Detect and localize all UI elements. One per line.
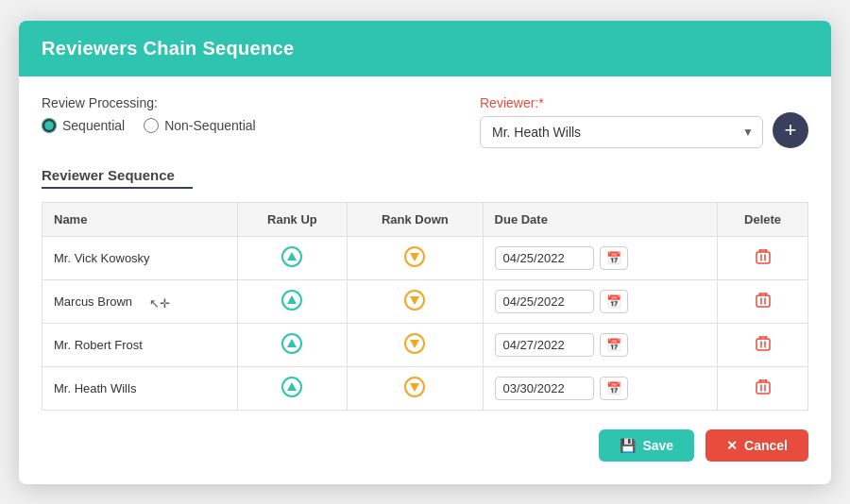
rank-up-cell	[237, 236, 347, 279]
col-due-date: Due Date	[483, 202, 718, 236]
date-input[interactable]	[495, 290, 594, 313]
rank-down-cell	[348, 279, 483, 323]
footer-row: 💾 Save ✕ Cancel	[42, 429, 808, 462]
svg-rect-24	[756, 339, 770, 350]
non-sequential-label: Non-Sequential	[164, 118, 256, 133]
table-body: Mr. Vick Kowosky📅Marcus Brown↖✛📅Mr. Robe…	[42, 236, 808, 410]
reviewers-chain-modal: Reviewers Chain Sequence Review Processi…	[19, 21, 831, 484]
table-header: Name Rank Up Rank Down Due Date Delete	[42, 202, 808, 236]
svg-rect-34	[756, 382, 770, 394]
delete-button[interactable]	[755, 248, 772, 265]
save-icon: 💾	[620, 438, 636, 453]
rank-down-button[interactable]	[404, 290, 425, 311]
col-rank-down: Rank Down	[348, 202, 483, 236]
move-cursor-icon: ↖✛	[149, 296, 170, 311]
rank-up-cell	[237, 323, 347, 366]
save-label: Save	[642, 438, 673, 453]
row-name: Mr. Vick Kowosky	[42, 236, 238, 279]
reviewer-label: Reviewer:*	[480, 95, 763, 110]
sequential-radio[interactable]	[42, 118, 57, 133]
due-date-cell: 📅	[483, 236, 718, 279]
date-input[interactable]	[495, 377, 594, 400]
reviewer-label-group: Reviewer:* Mr. Heath WillsMr. Vick Kowos…	[480, 95, 763, 148]
delete-cell	[718, 279, 808, 323]
delete-button[interactable]	[755, 292, 772, 309]
rank-up-button[interactable]	[281, 290, 302, 311]
delete-cell	[718, 366, 808, 410]
due-date-cell: 📅	[483, 366, 718, 410]
col-delete: Delete	[718, 202, 808, 236]
reviewer-table: Name Rank Up Rank Down Due Date Delete M…	[42, 202, 808, 411]
top-row: Review Processing: Sequential Non-Sequen…	[42, 95, 808, 148]
rank-down-cell	[348, 236, 483, 279]
calendar-button[interactable]: 📅	[600, 333, 628, 357]
row-name: Mr. Robert Frost	[42, 323, 238, 366]
calendar-button[interactable]: 📅	[600, 377, 628, 400]
rank-up-cell	[237, 366, 347, 410]
reviewer-select-wrap: Mr. Heath WillsMr. Vick KowoskyMarcus Br…	[480, 116, 763, 148]
modal-body: Review Processing: Sequential Non-Sequen…	[19, 76, 831, 484]
non-sequential-radio[interactable]	[144, 118, 159, 133]
delete-button[interactable]	[755, 378, 772, 395]
cancel-label: Cancel	[744, 438, 788, 453]
reviewer-sequence-section: Reviewer Sequence Name Rank Up Rank Down…	[42, 167, 808, 411]
non-sequential-option[interactable]: Non-Sequential	[144, 118, 256, 133]
section-divider	[42, 187, 193, 189]
svg-marker-1	[287, 252, 297, 260]
table-row: Mr. Vick Kowosky📅	[42, 236, 808, 279]
row-name: Mr. Heath Wills	[42, 366, 238, 410]
add-reviewer-button[interactable]: +	[773, 112, 808, 148]
svg-marker-31	[287, 382, 297, 391]
rank-down-cell	[348, 366, 483, 410]
calendar-button[interactable]: 📅	[600, 290, 628, 313]
svg-rect-14	[756, 295, 770, 307]
due-date-cell: 📅	[483, 323, 718, 366]
sequential-label: Sequential	[62, 118, 125, 133]
modal-title: Reviewers Chain Sequence	[42, 38, 808, 59]
svg-marker-11	[287, 295, 297, 304]
rank-up-button[interactable]	[281, 333, 302, 354]
delete-cell	[718, 236, 808, 279]
radio-group: Sequential Non-Sequential	[42, 118, 256, 133]
date-input[interactable]	[495, 333, 594, 357]
rank-up-button[interactable]	[281, 246, 302, 267]
col-rank-up: Rank Up	[237, 202, 347, 236]
cancel-icon: ✕	[726, 438, 738, 453]
save-button[interactable]: 💾 Save	[599, 429, 694, 462]
reviewer-section: Reviewer:* Mr. Heath WillsMr. Vick Kowos…	[480, 95, 808, 148]
sequential-option[interactable]: Sequential	[42, 118, 125, 133]
table-row: Marcus Brown↖✛📅	[42, 279, 808, 323]
date-input[interactable]	[495, 246, 594, 270]
svg-marker-21	[287, 339, 297, 347]
delete-cell	[718, 323, 808, 366]
due-date-cell: 📅	[483, 279, 718, 323]
rank-down-button[interactable]	[404, 377, 425, 397]
delete-button[interactable]	[755, 335, 772, 352]
review-processing-label: Review Processing:	[42, 95, 256, 110]
modal-header: Reviewers Chain Sequence	[19, 21, 831, 76]
calendar-button[interactable]: 📅	[600, 246, 628, 270]
svg-rect-4	[756, 252, 770, 263]
rank-up-button[interactable]	[281, 377, 302, 397]
rank-down-button[interactable]	[404, 246, 425, 267]
svg-marker-13	[410, 296, 419, 305]
col-name: Name	[42, 202, 238, 236]
svg-marker-3	[410, 253, 419, 261]
section-title: Reviewer Sequence	[42, 167, 808, 183]
svg-marker-33	[410, 383, 419, 392]
row-name: Marcus Brown↖✛	[42, 279, 238, 323]
rank-down-cell	[348, 323, 483, 366]
table-row: Mr. Heath Wills📅	[42, 366, 808, 410]
reviewer-select[interactable]: Mr. Heath WillsMr. Vick KowoskyMarcus Br…	[480, 116, 763, 148]
rank-down-button[interactable]	[404, 333, 425, 354]
cancel-button[interactable]: ✕ Cancel	[706, 429, 808, 462]
table-row: Mr. Robert Frost📅	[42, 323, 808, 366]
review-processing-section: Review Processing: Sequential Non-Sequen…	[42, 95, 256, 133]
svg-marker-23	[410, 340, 419, 348]
rank-up-cell	[237, 279, 347, 323]
